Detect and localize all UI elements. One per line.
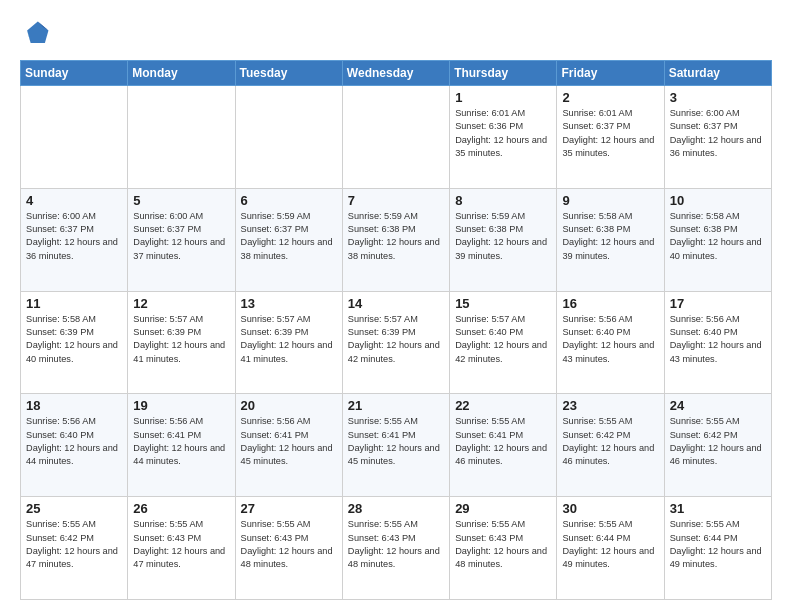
calendar-cell: 6Sunrise: 5:59 AM Sunset: 6:37 PM Daylig… — [235, 188, 342, 291]
calendar-week-3: 11Sunrise: 5:58 AM Sunset: 6:39 PM Dayli… — [21, 291, 772, 394]
calendar-header-thursday: Thursday — [450, 61, 557, 86]
cell-content: Sunrise: 5:59 AM Sunset: 6:38 PM Dayligh… — [348, 210, 444, 263]
calendar-cell: 13Sunrise: 5:57 AM Sunset: 6:39 PM Dayli… — [235, 291, 342, 394]
day-number: 3 — [670, 90, 766, 105]
cell-content: Sunrise: 5:55 AM Sunset: 6:42 PM Dayligh… — [562, 415, 658, 468]
logo-icon — [20, 18, 52, 50]
cell-content: Sunrise: 5:55 AM Sunset: 6:43 PM Dayligh… — [241, 518, 337, 571]
cell-content: Sunrise: 5:55 AM Sunset: 6:41 PM Dayligh… — [348, 415, 444, 468]
cell-content: Sunrise: 5:55 AM Sunset: 6:42 PM Dayligh… — [26, 518, 122, 571]
calendar-header-saturday: Saturday — [664, 61, 771, 86]
cell-content: Sunrise: 5:57 AM Sunset: 6:40 PM Dayligh… — [455, 313, 551, 366]
day-number: 30 — [562, 501, 658, 516]
cell-content: Sunrise: 5:55 AM Sunset: 6:42 PM Dayligh… — [670, 415, 766, 468]
calendar-header-sunday: Sunday — [21, 61, 128, 86]
cell-content: Sunrise: 6:00 AM Sunset: 6:37 PM Dayligh… — [670, 107, 766, 160]
calendar-header-wednesday: Wednesday — [342, 61, 449, 86]
calendar-week-2: 4Sunrise: 6:00 AM Sunset: 6:37 PM Daylig… — [21, 188, 772, 291]
calendar-cell: 18Sunrise: 5:56 AM Sunset: 6:40 PM Dayli… — [21, 394, 128, 497]
day-number: 7 — [348, 193, 444, 208]
day-number: 27 — [241, 501, 337, 516]
day-number: 5 — [133, 193, 229, 208]
cell-content: Sunrise: 5:59 AM Sunset: 6:37 PM Dayligh… — [241, 210, 337, 263]
calendar-cell: 15Sunrise: 5:57 AM Sunset: 6:40 PM Dayli… — [450, 291, 557, 394]
cell-content: Sunrise: 5:56 AM Sunset: 6:40 PM Dayligh… — [26, 415, 122, 468]
calendar-cell: 4Sunrise: 6:00 AM Sunset: 6:37 PM Daylig… — [21, 188, 128, 291]
calendar-cell: 2Sunrise: 6:01 AM Sunset: 6:37 PM Daylig… — [557, 86, 664, 189]
day-number: 11 — [26, 296, 122, 311]
logo — [20, 18, 56, 50]
cell-content: Sunrise: 5:57 AM Sunset: 6:39 PM Dayligh… — [348, 313, 444, 366]
cell-content: Sunrise: 5:56 AM Sunset: 6:41 PM Dayligh… — [133, 415, 229, 468]
day-number: 25 — [26, 501, 122, 516]
calendar-cell: 16Sunrise: 5:56 AM Sunset: 6:40 PM Dayli… — [557, 291, 664, 394]
calendar-cell: 28Sunrise: 5:55 AM Sunset: 6:43 PM Dayli… — [342, 497, 449, 600]
day-number: 1 — [455, 90, 551, 105]
day-number: 31 — [670, 501, 766, 516]
cell-content: Sunrise: 5:55 AM Sunset: 6:43 PM Dayligh… — [455, 518, 551, 571]
day-number: 8 — [455, 193, 551, 208]
cell-content: Sunrise: 5:55 AM Sunset: 6:43 PM Dayligh… — [133, 518, 229, 571]
cell-content: Sunrise: 5:55 AM Sunset: 6:44 PM Dayligh… — [562, 518, 658, 571]
day-number: 26 — [133, 501, 229, 516]
calendar-cell — [21, 86, 128, 189]
cell-content: Sunrise: 5:57 AM Sunset: 6:39 PM Dayligh… — [241, 313, 337, 366]
day-number: 17 — [670, 296, 766, 311]
calendar-week-4: 18Sunrise: 5:56 AM Sunset: 6:40 PM Dayli… — [21, 394, 772, 497]
calendar-cell: 12Sunrise: 5:57 AM Sunset: 6:39 PM Dayli… — [128, 291, 235, 394]
calendar-cell: 31Sunrise: 5:55 AM Sunset: 6:44 PM Dayli… — [664, 497, 771, 600]
cell-content: Sunrise: 5:55 AM Sunset: 6:41 PM Dayligh… — [455, 415, 551, 468]
day-number: 4 — [26, 193, 122, 208]
calendar-cell: 20Sunrise: 5:56 AM Sunset: 6:41 PM Dayli… — [235, 394, 342, 497]
calendar-cell: 11Sunrise: 5:58 AM Sunset: 6:39 PM Dayli… — [21, 291, 128, 394]
calendar-header-monday: Monday — [128, 61, 235, 86]
calendar-cell: 1Sunrise: 6:01 AM Sunset: 6:36 PM Daylig… — [450, 86, 557, 189]
day-number: 23 — [562, 398, 658, 413]
calendar-cell: 19Sunrise: 5:56 AM Sunset: 6:41 PM Dayli… — [128, 394, 235, 497]
day-number: 12 — [133, 296, 229, 311]
cell-content: Sunrise: 5:59 AM Sunset: 6:38 PM Dayligh… — [455, 210, 551, 263]
day-number: 15 — [455, 296, 551, 311]
calendar-cell: 25Sunrise: 5:55 AM Sunset: 6:42 PM Dayli… — [21, 497, 128, 600]
calendar-cell: 27Sunrise: 5:55 AM Sunset: 6:43 PM Dayli… — [235, 497, 342, 600]
calendar-header-row: SundayMondayTuesdayWednesdayThursdayFrid… — [21, 61, 772, 86]
calendar-cell: 8Sunrise: 5:59 AM Sunset: 6:38 PM Daylig… — [450, 188, 557, 291]
day-number: 21 — [348, 398, 444, 413]
cell-content: Sunrise: 5:56 AM Sunset: 6:40 PM Dayligh… — [562, 313, 658, 366]
calendar-header-tuesday: Tuesday — [235, 61, 342, 86]
day-number: 18 — [26, 398, 122, 413]
cell-content: Sunrise: 6:01 AM Sunset: 6:37 PM Dayligh… — [562, 107, 658, 160]
calendar-cell: 30Sunrise: 5:55 AM Sunset: 6:44 PM Dayli… — [557, 497, 664, 600]
calendar-cell: 10Sunrise: 5:58 AM Sunset: 6:38 PM Dayli… — [664, 188, 771, 291]
cell-content: Sunrise: 5:58 AM Sunset: 6:39 PM Dayligh… — [26, 313, 122, 366]
cell-content: Sunrise: 5:58 AM Sunset: 6:38 PM Dayligh… — [670, 210, 766, 263]
day-number: 10 — [670, 193, 766, 208]
day-number: 13 — [241, 296, 337, 311]
calendar-cell — [342, 86, 449, 189]
svg-marker-0 — [27, 22, 48, 43]
day-number: 22 — [455, 398, 551, 413]
day-number: 28 — [348, 501, 444, 516]
page: SundayMondayTuesdayWednesdayThursdayFrid… — [0, 0, 792, 612]
calendar-table: SundayMondayTuesdayWednesdayThursdayFrid… — [20, 60, 772, 600]
calendar-cell — [128, 86, 235, 189]
calendar-cell: 5Sunrise: 6:00 AM Sunset: 6:37 PM Daylig… — [128, 188, 235, 291]
calendar-cell — [235, 86, 342, 189]
cell-content: Sunrise: 5:55 AM Sunset: 6:44 PM Dayligh… — [670, 518, 766, 571]
calendar-header-friday: Friday — [557, 61, 664, 86]
day-number: 6 — [241, 193, 337, 208]
calendar-cell: 7Sunrise: 5:59 AM Sunset: 6:38 PM Daylig… — [342, 188, 449, 291]
day-number: 29 — [455, 501, 551, 516]
day-number: 24 — [670, 398, 766, 413]
cell-content: Sunrise: 6:01 AM Sunset: 6:36 PM Dayligh… — [455, 107, 551, 160]
calendar-week-5: 25Sunrise: 5:55 AM Sunset: 6:42 PM Dayli… — [21, 497, 772, 600]
day-number: 19 — [133, 398, 229, 413]
cell-content: Sunrise: 5:57 AM Sunset: 6:39 PM Dayligh… — [133, 313, 229, 366]
cell-content: Sunrise: 5:55 AM Sunset: 6:43 PM Dayligh… — [348, 518, 444, 571]
calendar-cell: 24Sunrise: 5:55 AM Sunset: 6:42 PM Dayli… — [664, 394, 771, 497]
day-number: 14 — [348, 296, 444, 311]
calendar-cell: 9Sunrise: 5:58 AM Sunset: 6:38 PM Daylig… — [557, 188, 664, 291]
cell-content: Sunrise: 6:00 AM Sunset: 6:37 PM Dayligh… — [133, 210, 229, 263]
calendar-cell: 26Sunrise: 5:55 AM Sunset: 6:43 PM Dayli… — [128, 497, 235, 600]
day-number: 16 — [562, 296, 658, 311]
